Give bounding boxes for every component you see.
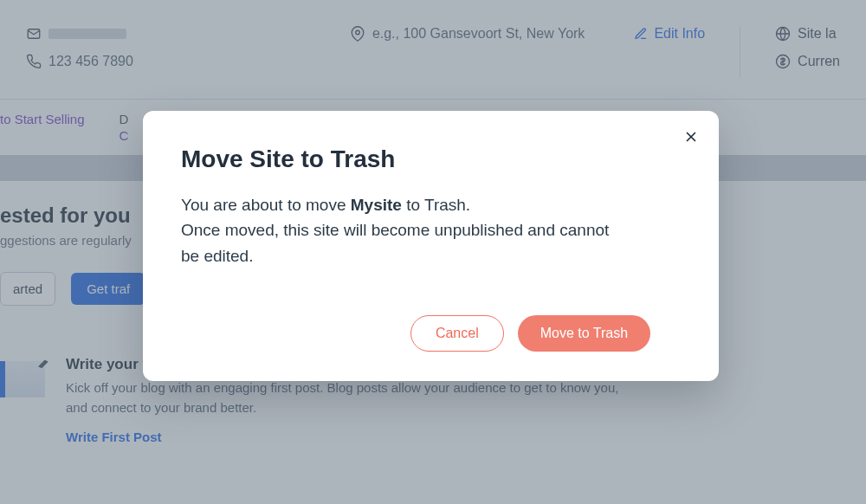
modal-title: Move Site to Trash	[181, 145, 681, 173]
modal-line1-post: to Trash.	[402, 196, 470, 214]
close-icon	[683, 129, 699, 145]
cancel-button[interactable]: Cancel	[410, 315, 504, 352]
move-to-trash-modal: Move Site to Trash You are about to move…	[143, 111, 719, 381]
modal-line1-pre: You are about to move	[181, 196, 351, 214]
move-to-trash-button[interactable]: Move to Trash	[518, 315, 650, 352]
modal-body: You are about to move Mysite to Trash. O…	[181, 192, 631, 268]
modal-line2: Once moved, this site will become unpubl…	[181, 221, 609, 264]
modal-actions: Cancel Move to Trash	[181, 315, 681, 352]
modal-site-name: Mysite	[351, 196, 402, 214]
close-button[interactable]	[679, 125, 703, 149]
